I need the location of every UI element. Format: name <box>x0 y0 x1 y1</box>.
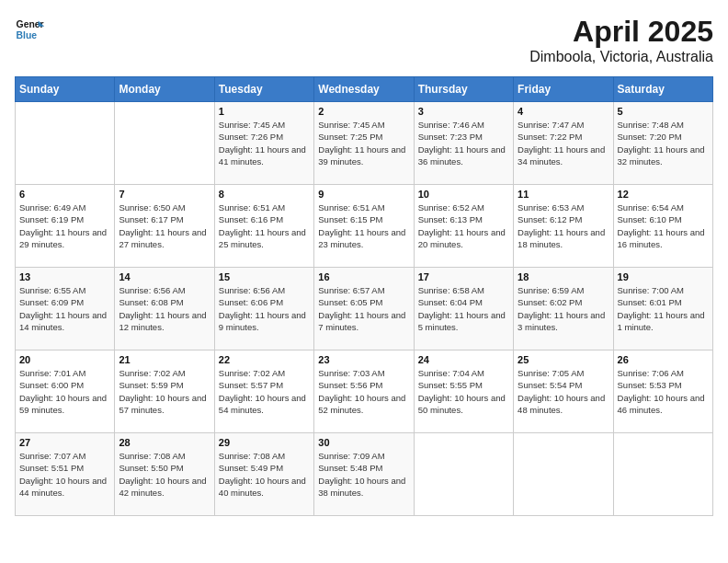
table-row <box>613 433 712 516</box>
table-row: 13Sunrise: 6:55 AMSunset: 6:09 PMDayligh… <box>16 268 115 350</box>
day-info: Sunrise: 7:45 AMSunset: 7:26 PMDaylight:… <box>219 119 310 167</box>
day-number: 2 <box>318 106 409 117</box>
day-info: Sunrise: 7:06 AMSunset: 5:53 PMDaylight:… <box>618 367 709 416</box>
day-info: Sunrise: 7:02 AMSunset: 5:57 PMDaylight:… <box>219 367 310 416</box>
table-row: 5Sunrise: 7:48 AMSunset: 7:20 PMDaylight… <box>613 102 712 185</box>
table-row: 23Sunrise: 7:03 AMSunset: 5:56 PMDayligh… <box>314 350 414 433</box>
day-number: 28 <box>119 437 210 448</box>
day-number: 7 <box>119 189 210 200</box>
header-monday: Monday <box>115 77 214 102</box>
calendar-header-row: Sunday Monday Tuesday Wednesday Thursday… <box>16 77 713 102</box>
table-row: 16Sunrise: 6:57 AMSunset: 6:05 PMDayligh… <box>314 268 414 350</box>
day-number: 10 <box>418 189 509 200</box>
day-info: Sunrise: 7:05 AMSunset: 5:54 PMDaylight:… <box>518 367 609 416</box>
day-number: 3 <box>418 106 509 117</box>
day-info: Sunrise: 7:02 AMSunset: 5:59 PMDaylight:… <box>119 367 210 416</box>
table-row: 3Sunrise: 7:46 AMSunset: 7:23 PMDaylight… <box>414 102 513 185</box>
day-info: Sunrise: 6:55 AMSunset: 6:09 PMDaylight:… <box>19 284 110 333</box>
day-number: 14 <box>119 271 210 282</box>
day-number: 29 <box>219 437 310 448</box>
day-info: Sunrise: 7:46 AMSunset: 7:23 PMDaylight:… <box>418 119 509 167</box>
day-info: Sunrise: 6:51 AMSunset: 6:15 PMDaylight:… <box>318 201 409 250</box>
svg-text:Blue: Blue <box>17 30 38 40</box>
logo-icon: General Blue <box>15 15 44 44</box>
table-row: 21Sunrise: 7:02 AMSunset: 5:59 PMDayligh… <box>115 350 214 433</box>
table-row: 4Sunrise: 7:47 AMSunset: 7:22 PMDaylight… <box>514 102 613 185</box>
day-info: Sunrise: 7:09 AMSunset: 5:48 PMDaylight:… <box>318 450 409 499</box>
table-row: 24Sunrise: 7:04 AMSunset: 5:55 PMDayligh… <box>414 350 513 433</box>
day-number: 24 <box>418 354 509 365</box>
table-row: 9Sunrise: 6:51 AMSunset: 6:15 PMDaylight… <box>314 185 414 268</box>
table-row: 28Sunrise: 7:08 AMSunset: 5:50 PMDayligh… <box>115 433 214 516</box>
day-number: 16 <box>318 271 409 282</box>
header-wednesday: Wednesday <box>314 77 414 102</box>
table-row: 6Sunrise: 6:49 AMSunset: 6:19 PMDaylight… <box>16 185 115 268</box>
day-number: 30 <box>318 437 409 448</box>
table-row: 11Sunrise: 6:53 AMSunset: 6:12 PMDayligh… <box>514 185 613 268</box>
table-row <box>414 433 513 516</box>
day-info: Sunrise: 7:45 AMSunset: 7:25 PMDaylight:… <box>318 119 409 167</box>
day-info: Sunrise: 6:56 AMSunset: 6:08 PMDaylight:… <box>119 284 210 333</box>
title-block: April 2025 Dimboola, Victoria, Australia <box>529 15 713 65</box>
table-row: 14Sunrise: 6:56 AMSunset: 6:08 PMDayligh… <box>115 268 214 350</box>
calendar-table: Sunday Monday Tuesday Wednesday Thursday… <box>15 76 713 516</box>
day-number: 23 <box>318 354 409 365</box>
day-info: Sunrise: 6:52 AMSunset: 6:13 PMDaylight:… <box>418 201 509 250</box>
day-info: Sunrise: 7:03 AMSunset: 5:56 PMDaylight:… <box>318 367 409 416</box>
table-row: 27Sunrise: 7:07 AMSunset: 5:51 PMDayligh… <box>16 433 115 516</box>
table-row: 17Sunrise: 6:58 AMSunset: 6:04 PMDayligh… <box>414 268 513 350</box>
header-friday: Friday <box>514 77 613 102</box>
day-info: Sunrise: 7:01 AMSunset: 6:00 PMDaylight:… <box>19 367 110 416</box>
day-number: 17 <box>418 271 509 282</box>
day-number: 21 <box>119 354 210 365</box>
day-info: Sunrise: 6:57 AMSunset: 6:05 PMDaylight:… <box>318 284 409 333</box>
calendar-week-row: 27Sunrise: 7:07 AMSunset: 5:51 PMDayligh… <box>16 433 713 516</box>
day-info: Sunrise: 6:54 AMSunset: 6:10 PMDaylight:… <box>618 201 709 250</box>
header-thursday: Thursday <box>414 77 513 102</box>
page-header: General Blue April 2025 Dimboola, Victor… <box>15 15 713 65</box>
calendar-week-row: 20Sunrise: 7:01 AMSunset: 6:00 PMDayligh… <box>16 350 713 433</box>
day-number: 22 <box>219 354 310 365</box>
day-number: 13 <box>19 271 110 282</box>
table-row: 2Sunrise: 7:45 AMSunset: 7:25 PMDaylight… <box>314 102 414 185</box>
day-number: 27 <box>19 437 110 448</box>
day-number: 19 <box>618 271 709 282</box>
day-info: Sunrise: 6:56 AMSunset: 6:06 PMDaylight:… <box>219 284 310 333</box>
table-row: 7Sunrise: 6:50 AMSunset: 6:17 PMDaylight… <box>115 185 214 268</box>
header-saturday: Saturday <box>613 77 712 102</box>
day-number: 18 <box>518 271 609 282</box>
table-row: 8Sunrise: 6:51 AMSunset: 6:16 PMDaylight… <box>214 185 313 268</box>
table-row: 20Sunrise: 7:01 AMSunset: 6:00 PMDayligh… <box>16 350 115 433</box>
day-number: 4 <box>518 106 609 117</box>
calendar-week-row: 13Sunrise: 6:55 AMSunset: 6:09 PMDayligh… <box>16 268 713 350</box>
day-info: Sunrise: 7:47 AMSunset: 7:22 PMDaylight:… <box>518 119 609 167</box>
calendar-title: April 2025 <box>529 15 713 49</box>
table-row: 10Sunrise: 6:52 AMSunset: 6:13 PMDayligh… <box>414 185 513 268</box>
calendar-week-row: 6Sunrise: 6:49 AMSunset: 6:19 PMDaylight… <box>16 185 713 268</box>
day-info: Sunrise: 6:51 AMSunset: 6:16 PMDaylight:… <box>219 201 310 250</box>
day-number: 1 <box>219 106 310 117</box>
day-info: Sunrise: 6:50 AMSunset: 6:17 PMDaylight:… <box>119 201 210 250</box>
day-number: 15 <box>219 271 310 282</box>
day-info: Sunrise: 7:08 AMSunset: 5:50 PMDaylight:… <box>119 450 210 499</box>
table-row: 29Sunrise: 7:08 AMSunset: 5:49 PMDayligh… <box>214 433 313 516</box>
day-info: Sunrise: 7:04 AMSunset: 5:55 PMDaylight:… <box>418 367 509 416</box>
day-info: Sunrise: 6:53 AMSunset: 6:12 PMDaylight:… <box>518 201 609 250</box>
day-number: 25 <box>518 354 609 365</box>
day-info: Sunrise: 7:08 AMSunset: 5:49 PMDaylight:… <box>219 450 310 499</box>
day-number: 6 <box>19 189 110 200</box>
day-number: 8 <box>219 189 310 200</box>
day-number: 11 <box>518 189 609 200</box>
day-number: 9 <box>318 189 409 200</box>
day-info: Sunrise: 6:49 AMSunset: 6:19 PMDaylight:… <box>19 201 110 250</box>
day-info: Sunrise: 7:48 AMSunset: 7:20 PMDaylight:… <box>618 119 709 167</box>
day-number: 20 <box>19 354 110 365</box>
table-row: 26Sunrise: 7:06 AMSunset: 5:53 PMDayligh… <box>613 350 712 433</box>
day-info: Sunrise: 7:07 AMSunset: 5:51 PMDaylight:… <box>19 450 110 499</box>
calendar-subtitle: Dimboola, Victoria, Australia <box>529 49 713 65</box>
day-info: Sunrise: 6:58 AMSunset: 6:04 PMDaylight:… <box>418 284 509 333</box>
table-row: 25Sunrise: 7:05 AMSunset: 5:54 PMDayligh… <box>514 350 613 433</box>
table-row: 18Sunrise: 6:59 AMSunset: 6:02 PMDayligh… <box>514 268 613 350</box>
table-row <box>514 433 613 516</box>
header-tuesday: Tuesday <box>214 77 313 102</box>
